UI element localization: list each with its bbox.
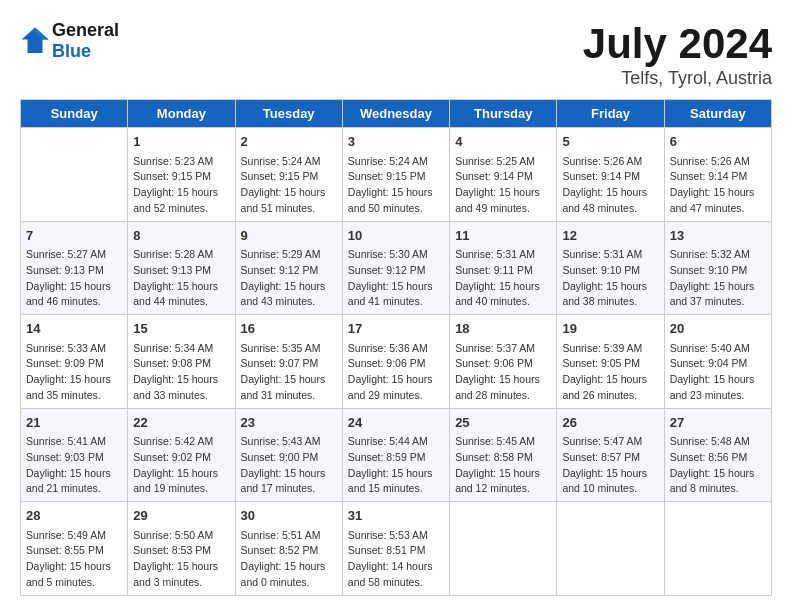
calendar-cell: 31Sunrise: 5:53 AMSunset: 8:51 PMDayligh… <box>342 502 449 596</box>
day-number: 23 <box>241 413 337 433</box>
day-info: Sunrise: 5:29 AMSunset: 9:12 PMDaylight:… <box>241 247 337 310</box>
day-number: 5 <box>562 132 658 152</box>
calendar-cell: 23Sunrise: 5:43 AMSunset: 9:00 PMDayligh… <box>235 408 342 502</box>
day-info: Sunrise: 5:53 AMSunset: 8:51 PMDaylight:… <box>348 528 444 591</box>
day-number: 12 <box>562 226 658 246</box>
day-number: 3 <box>348 132 444 152</box>
calendar-cell: 18Sunrise: 5:37 AMSunset: 9:06 PMDayligh… <box>450 315 557 409</box>
calendar-week-row: 14Sunrise: 5:33 AMSunset: 9:09 PMDayligh… <box>21 315 772 409</box>
day-info: Sunrise: 5:41 AMSunset: 9:03 PMDaylight:… <box>26 434 122 497</box>
calendar-cell <box>21 128 128 222</box>
calendar-cell: 27Sunrise: 5:48 AMSunset: 8:56 PMDayligh… <box>664 408 771 502</box>
calendar-cell: 29Sunrise: 5:50 AMSunset: 8:53 PMDayligh… <box>128 502 235 596</box>
day-number: 21 <box>26 413 122 433</box>
calendar-cell: 17Sunrise: 5:36 AMSunset: 9:06 PMDayligh… <box>342 315 449 409</box>
day-number: 15 <box>133 319 229 339</box>
day-info: Sunrise: 5:42 AMSunset: 9:02 PMDaylight:… <box>133 434 229 497</box>
day-number: 25 <box>455 413 551 433</box>
day-info: Sunrise: 5:26 AMSunset: 9:14 PMDaylight:… <box>670 154 766 217</box>
day-header-friday: Friday <box>557 100 664 128</box>
day-info: Sunrise: 5:24 AMSunset: 9:15 PMDaylight:… <box>241 154 337 217</box>
day-info: Sunrise: 5:45 AMSunset: 8:58 PMDaylight:… <box>455 434 551 497</box>
day-info: Sunrise: 5:31 AMSunset: 9:10 PMDaylight:… <box>562 247 658 310</box>
main-title: July 2024 <box>583 20 772 68</box>
calendar-cell: 4Sunrise: 5:25 AMSunset: 9:14 PMDaylight… <box>450 128 557 222</box>
day-info: Sunrise: 5:25 AMSunset: 9:14 PMDaylight:… <box>455 154 551 217</box>
day-header-sunday: Sunday <box>21 100 128 128</box>
calendar-cell: 6Sunrise: 5:26 AMSunset: 9:14 PMDaylight… <box>664 128 771 222</box>
calendar-cell <box>557 502 664 596</box>
day-header-monday: Monday <box>128 100 235 128</box>
day-number: 4 <box>455 132 551 152</box>
day-info: Sunrise: 5:36 AMSunset: 9:06 PMDaylight:… <box>348 341 444 404</box>
day-number: 2 <box>241 132 337 152</box>
day-info: Sunrise: 5:40 AMSunset: 9:04 PMDaylight:… <box>670 341 766 404</box>
day-number: 22 <box>133 413 229 433</box>
day-info: Sunrise: 5:23 AMSunset: 9:15 PMDaylight:… <box>133 154 229 217</box>
day-info: Sunrise: 5:50 AMSunset: 8:53 PMDaylight:… <box>133 528 229 591</box>
calendar-cell: 8Sunrise: 5:28 AMSunset: 9:13 PMDaylight… <box>128 221 235 315</box>
calendar-cell: 19Sunrise: 5:39 AMSunset: 9:05 PMDayligh… <box>557 315 664 409</box>
calendar-cell: 22Sunrise: 5:42 AMSunset: 9:02 PMDayligh… <box>128 408 235 502</box>
day-number: 9 <box>241 226 337 246</box>
day-number: 7 <box>26 226 122 246</box>
day-number: 29 <box>133 506 229 526</box>
calendar-cell: 7Sunrise: 5:27 AMSunset: 9:13 PMDaylight… <box>21 221 128 315</box>
calendar-cell: 3Sunrise: 5:24 AMSunset: 9:15 PMDaylight… <box>342 128 449 222</box>
day-number: 10 <box>348 226 444 246</box>
calendar-cell <box>664 502 771 596</box>
calendar-week-row: 21Sunrise: 5:41 AMSunset: 9:03 PMDayligh… <box>21 408 772 502</box>
day-info: Sunrise: 5:39 AMSunset: 9:05 PMDaylight:… <box>562 341 658 404</box>
calendar-week-row: 28Sunrise: 5:49 AMSunset: 8:55 PMDayligh… <box>21 502 772 596</box>
day-info: Sunrise: 5:48 AMSunset: 8:56 PMDaylight:… <box>670 434 766 497</box>
logo: General Blue <box>20 20 119 62</box>
calendar-cell: 14Sunrise: 5:33 AMSunset: 9:09 PMDayligh… <box>21 315 128 409</box>
day-number: 14 <box>26 319 122 339</box>
day-info: Sunrise: 5:37 AMSunset: 9:06 PMDaylight:… <box>455 341 551 404</box>
day-info: Sunrise: 5:24 AMSunset: 9:15 PMDaylight:… <box>348 154 444 217</box>
day-number: 18 <box>455 319 551 339</box>
calendar-week-row: 7Sunrise: 5:27 AMSunset: 9:13 PMDaylight… <box>21 221 772 315</box>
day-info: Sunrise: 5:35 AMSunset: 9:07 PMDaylight:… <box>241 341 337 404</box>
title-area: July 2024 Telfs, Tyrol, Austria <box>583 20 772 89</box>
calendar-cell: 12Sunrise: 5:31 AMSunset: 9:10 PMDayligh… <box>557 221 664 315</box>
day-number: 28 <box>26 506 122 526</box>
day-number: 30 <box>241 506 337 526</box>
day-info: Sunrise: 5:33 AMSunset: 9:09 PMDaylight:… <box>26 341 122 404</box>
day-info: Sunrise: 5:32 AMSunset: 9:10 PMDaylight:… <box>670 247 766 310</box>
logo-icon <box>20 26 50 56</box>
logo-text: General Blue <box>52 20 119 62</box>
calendar-week-row: 1Sunrise: 5:23 AMSunset: 9:15 PMDaylight… <box>21 128 772 222</box>
calendar-cell: 28Sunrise: 5:49 AMSunset: 8:55 PMDayligh… <box>21 502 128 596</box>
day-info: Sunrise: 5:27 AMSunset: 9:13 PMDaylight:… <box>26 247 122 310</box>
day-info: Sunrise: 5:26 AMSunset: 9:14 PMDaylight:… <box>562 154 658 217</box>
day-number: 17 <box>348 319 444 339</box>
day-info: Sunrise: 5:30 AMSunset: 9:12 PMDaylight:… <box>348 247 444 310</box>
day-info: Sunrise: 5:51 AMSunset: 8:52 PMDaylight:… <box>241 528 337 591</box>
calendar-cell: 5Sunrise: 5:26 AMSunset: 9:14 PMDaylight… <box>557 128 664 222</box>
day-info: Sunrise: 5:44 AMSunset: 8:59 PMDaylight:… <box>348 434 444 497</box>
calendar-cell: 16Sunrise: 5:35 AMSunset: 9:07 PMDayligh… <box>235 315 342 409</box>
subtitle: Telfs, Tyrol, Austria <box>583 68 772 89</box>
day-number: 24 <box>348 413 444 433</box>
day-info: Sunrise: 5:47 AMSunset: 8:57 PMDaylight:… <box>562 434 658 497</box>
day-number: 19 <box>562 319 658 339</box>
day-info: Sunrise: 5:43 AMSunset: 9:00 PMDaylight:… <box>241 434 337 497</box>
calendar-table: SundayMondayTuesdayWednesdayThursdayFrid… <box>20 99 772 596</box>
day-number: 11 <box>455 226 551 246</box>
day-number: 20 <box>670 319 766 339</box>
calendar-cell: 11Sunrise: 5:31 AMSunset: 9:11 PMDayligh… <box>450 221 557 315</box>
day-header-wednesday: Wednesday <box>342 100 449 128</box>
day-number: 1 <box>133 132 229 152</box>
day-number: 6 <box>670 132 766 152</box>
day-number: 13 <box>670 226 766 246</box>
calendar-cell: 1Sunrise: 5:23 AMSunset: 9:15 PMDaylight… <box>128 128 235 222</box>
day-info: Sunrise: 5:31 AMSunset: 9:11 PMDaylight:… <box>455 247 551 310</box>
calendar-cell: 15Sunrise: 5:34 AMSunset: 9:08 PMDayligh… <box>128 315 235 409</box>
calendar-cell: 26Sunrise: 5:47 AMSunset: 8:57 PMDayligh… <box>557 408 664 502</box>
calendar-cell: 13Sunrise: 5:32 AMSunset: 9:10 PMDayligh… <box>664 221 771 315</box>
day-header-thursday: Thursday <box>450 100 557 128</box>
day-number: 8 <box>133 226 229 246</box>
calendar-cell: 21Sunrise: 5:41 AMSunset: 9:03 PMDayligh… <box>21 408 128 502</box>
day-number: 27 <box>670 413 766 433</box>
